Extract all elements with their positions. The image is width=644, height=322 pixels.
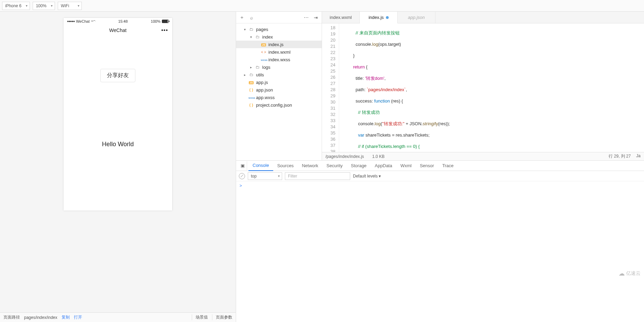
tree-folder-utils[interactable]: ▸🗀utils <box>236 71 322 78</box>
editor: index.wxml index.js app.json 18192021222… <box>322 12 644 160</box>
tree-label: pages <box>256 27 268 32</box>
devtools-tab-trace[interactable]: Trace <box>438 161 458 171</box>
tab-label: index.wxml <box>330 15 352 20</box>
signal-icon: ●●●●● <box>67 20 75 23</box>
footer-path-value: pages/index/index <box>24 315 57 320</box>
footer-scene-value[interactable]: 场景值 <box>192 314 208 320</box>
cloud-icon: ☁ <box>619 270 625 277</box>
phone-frame: ●●●●● WeChat ⬿ 15:48 100% WeChat ••• <box>64 18 172 211</box>
inspect-element-icon[interactable]: ▣ <box>238 161 247 170</box>
tree-file-app-js[interactable]: JSapp.js <box>236 78 322 86</box>
tree-label: project.config.json <box>256 103 292 108</box>
clock-label: 15:48 <box>118 19 128 23</box>
tree-label: index.js <box>268 42 284 47</box>
clear-console-icon[interactable] <box>239 173 245 179</box>
console-controls: top Filter Default levels ▾ <box>236 171 644 181</box>
device-select-value: iPhone 6 <box>5 3 21 8</box>
tree-label: logs <box>262 65 270 70</box>
devtools-panel: ▣ Console Sources Network Security Stora… <box>236 160 644 322</box>
fold-column <box>339 23 346 152</box>
explorer-toolbar: ＋ ⌕ ⋯ ⇥ <box>236 12 322 23</box>
devtools-tab-security[interactable]: Security <box>322 161 347 171</box>
tree-folder-logs[interactable]: ▸🗀logs <box>236 63 322 71</box>
tree-folder-index[interactable]: ▾🗀index <box>236 33 322 41</box>
right-block: ＋ ⌕ ⋯ ⇥ ▾🗀pages ▾🗀index JSindex.js < >in… <box>236 12 644 322</box>
status-cursor: 行 29, 列 27 <box>609 153 631 159</box>
share-button[interactable]: 分享好友 <box>100 69 135 82</box>
nav-title: WeChat <box>109 28 126 33</box>
footer-path-label: 页面路径 <box>3 314 20 320</box>
footer-copy-link[interactable]: 复制 <box>62 314 70 320</box>
status-lang: Ja <box>636 153 641 159</box>
tab-index-wxml[interactable]: index.wxml <box>322 12 360 23</box>
zoom-select-value: 100% <box>36 3 46 8</box>
phone-status-bar: ●●●●● WeChat ⬿ 15:48 100% <box>64 18 172 25</box>
battery-pct: 100% <box>151 19 160 23</box>
status-path: /pages/index/index.js <box>325 154 364 159</box>
status-size: 1.0 KB <box>372 154 385 159</box>
code-area[interactable]: 1819202122232425262728293031323334353637… <box>322 23 644 152</box>
tree-label: index.wxss <box>268 57 290 62</box>
simulator-area: ●●●●● WeChat ⬿ 15:48 100% WeChat ••• <box>0 12 236 322</box>
tree-label: app.json <box>256 87 273 93</box>
filter-input[interactable]: Filter <box>285 172 350 180</box>
more-icon[interactable]: ⋯ <box>303 14 309 21</box>
top-toolbar: iPhone 6 100% WiFi <box>0 0 644 12</box>
tree-folder-pages[interactable]: ▾🗀pages <box>236 25 322 33</box>
device-select[interactable]: iPhone 6 <box>2 2 30 10</box>
devtools-tab-sensor[interactable]: Sensor <box>416 161 438 171</box>
tab-label: app.json <box>408 15 425 20</box>
tab-index-js[interactable]: index.js <box>360 12 398 23</box>
devtools-tab-network[interactable]: Network <box>298 161 322 171</box>
console-prompt: > <box>240 183 242 188</box>
main-row: ●●●●● WeChat ⬿ 15:48 100% WeChat ••• <box>0 12 644 322</box>
watermark-text: 亿速云 <box>626 270 641 277</box>
tree-file-index-wxml[interactable]: < >index.wxml <box>236 48 322 56</box>
editor-row: ＋ ⌕ ⋯ ⇥ ▾🗀pages ▾🗀index JSindex.js < >in… <box>236 12 644 160</box>
zoom-select[interactable]: 100% <box>33 2 55 10</box>
dirty-indicator-icon <box>386 16 389 19</box>
nav-more-icon[interactable]: ••• <box>161 27 168 33</box>
watermark: ☁ 亿速云 <box>619 270 641 277</box>
devtools-tabs: ▣ Console Sources Network Security Stora… <box>236 161 644 171</box>
tree-file-project-config[interactable]: { }project.config.json <box>236 101 322 109</box>
network-select-value: WiFi <box>61 3 69 8</box>
tree-file-index-wxss[interactable]: wxssindex.wxss <box>236 56 322 63</box>
simulator-footer: 页面路径 pages/index/index 复制 打开 场景值 页面参数 <box>0 312 236 322</box>
search-icon[interactable]: ⌕ <box>248 14 255 21</box>
tree-label: app.js <box>256 80 268 85</box>
tab-label: index.js <box>368 15 384 20</box>
devtools-tab-console[interactable]: Console <box>248 161 273 171</box>
simulator-controls: iPhone 6 100% WiFi <box>0 0 83 11</box>
hello-world-text: Hello World <box>102 141 134 148</box>
phone-body: 分享好友 Hello World <box>64 36 172 211</box>
tree-label: index <box>262 34 273 40</box>
simulator-pane: ●●●●● WeChat ⬿ 15:48 100% WeChat ••• <box>0 12 236 322</box>
network-select[interactable]: WiFi <box>58 2 82 10</box>
phone-nav-bar: WeChat ••• <box>64 25 172 36</box>
line-gutter: 1819202122232425262728293031323334353637… <box>322 23 339 152</box>
tree-label: utils <box>256 72 264 77</box>
footer-open-link[interactable]: 打开 <box>74 314 82 320</box>
battery-icon <box>162 20 169 23</box>
devtools-tab-appdata[interactable]: AppData <box>371 161 397 171</box>
tree-file-app-json[interactable]: { }app.json <box>236 86 322 94</box>
file-explorer: ＋ ⌕ ⋯ ⇥ ▾🗀pages ▾🗀index JSindex.js < >in… <box>236 12 322 160</box>
new-file-icon[interactable]: ＋ <box>239 14 245 21</box>
editor-status-bar: /pages/index/index.js 1.0 KB 行 29, 列 27 … <box>322 152 644 160</box>
devtools-tab-sources[interactable]: Sources <box>273 161 298 171</box>
tree-file-index-js[interactable]: JSindex.js <box>236 41 322 48</box>
tab-app-json[interactable]: app.json <box>398 12 435 23</box>
console-body[interactable]: > <box>236 181 644 322</box>
tree-file-app-wxss[interactable]: wxssapp.wxss <box>236 94 322 101</box>
devtools-tab-wxml[interactable]: Wxml <box>396 161 416 171</box>
devtools-tab-storage[interactable]: Storage <box>347 161 371 171</box>
tree-label: index.wxml <box>268 50 290 55</box>
code-lines[interactable]: // 来自页面内转发按钮 console.log(ops.target) } r… <box>346 23 644 152</box>
tree-label: app.wxss <box>256 95 275 100</box>
carrier-label: WeChat <box>76 19 90 23</box>
context-select[interactable]: top <box>248 172 282 180</box>
log-level-select[interactable]: Default levels ▾ <box>353 174 381 179</box>
footer-page-params[interactable]: 页面参数 <box>212 314 232 320</box>
collapse-icon[interactable]: ⇥ <box>313 14 319 21</box>
